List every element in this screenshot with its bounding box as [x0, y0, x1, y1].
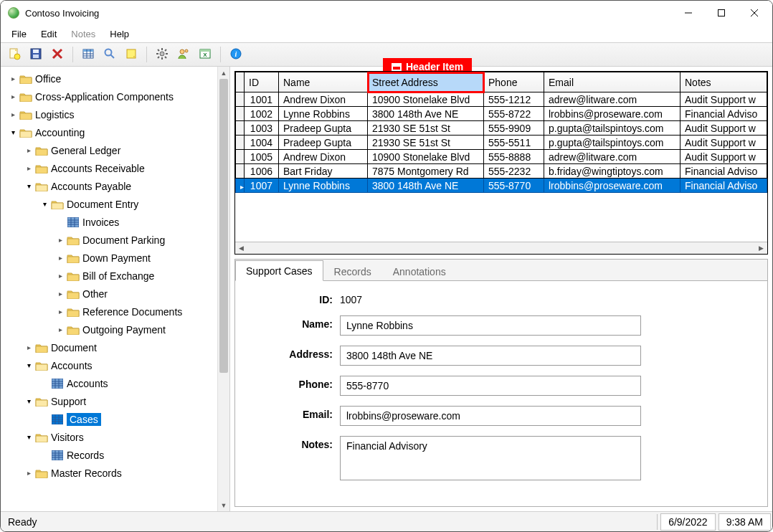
input-email[interactable]	[340, 406, 641, 426]
maximize-button[interactable]	[705, 2, 738, 24]
cell-id[interactable]: 1005	[245, 150, 279, 164]
tree-node[interactable]: Accounts	[1, 374, 217, 392]
cell-notes[interactable]: Audit Support w	[680, 92, 767, 107]
cell-rowhead[interactable]	[236, 164, 245, 179]
tree-node[interactable]: ▾Support	[1, 392, 217, 410]
scroll-right-icon[interactable]: ▶	[755, 244, 767, 252]
column-header[interactable]: ID	[245, 72, 279, 92]
cell-notes[interactable]: Audit Support w	[680, 150, 767, 164]
cell-email[interactable]: b.friday@wingtiptoys.com	[544, 164, 680, 179]
column-header[interactable]: Phone	[484, 72, 544, 92]
tree-node[interactable]: ▾Document Entry	[1, 195, 217, 213]
tree-node[interactable]: ▸Accounts Receivable	[1, 159, 217, 177]
column-header[interactable]: Notes	[680, 72, 767, 92]
tree-node[interactable]: ▸Cross-Application Components	[1, 87, 217, 105]
scroll-left-icon[interactable]: ◀	[235, 244, 247, 252]
cell-phone[interactable]: 555-1212	[484, 92, 544, 107]
table-row[interactable]: 1004Pradeep Gupta21930 SE 51st St555-551…	[236, 136, 767, 150]
cell-name[interactable]: Bart Friday	[279, 164, 368, 179]
cell-notes[interactable]: Financial Adviso	[680, 107, 767, 121]
cell-rowhead[interactable]	[236, 92, 245, 107]
cell-phone[interactable]: 555-8770	[484, 179, 544, 193]
tree-scrollbar[interactable]: ▲ ▼	[217, 67, 229, 511]
cell-id[interactable]: 1001	[245, 92, 279, 107]
tree-node[interactable]: ▾Accounts	[1, 356, 217, 374]
cell-rowhead[interactable]	[236, 179, 245, 193]
table-row[interactable]: 1007Lynne Robbins3800 148th Ave NE555-87…	[236, 179, 767, 193]
expand-icon[interactable]: ▸	[24, 164, 34, 172]
toolbar-export-excel-button[interactable]: X	[196, 45, 214, 64]
input-name[interactable]	[340, 315, 641, 336]
toolbar-about-button[interactable]: i	[227, 45, 245, 64]
input-address[interactable]	[340, 346, 641, 366]
grid-horizontal-scrollbar[interactable]: ◀ ▶	[235, 242, 767, 254]
expand-icon[interactable]: ▸	[8, 110, 18, 118]
menu-help[interactable]: Help	[103, 27, 136, 41]
expand-icon[interactable]: ▸	[55, 236, 65, 244]
toolbar-delete-button[interactable]	[48, 45, 67, 64]
close-button[interactable]	[738, 2, 771, 24]
cell-email[interactable]: adrew@litware.com	[544, 92, 680, 107]
cell-name[interactable]: Pradeep Gupta	[279, 136, 368, 150]
expand-icon[interactable]: ▸	[55, 326, 65, 333]
cell-phone[interactable]: 555-8722	[484, 107, 544, 121]
collapse-icon[interactable]: ▾	[24, 397, 34, 405]
tree-node[interactable]: ▾Visitors	[1, 428, 217, 446]
table-row[interactable]: 1002Lynne Robbins3800 148th Ave NE555-87…	[236, 107, 767, 121]
toolbar-save-button[interactable]	[27, 45, 45, 64]
expand-icon[interactable]: ▸	[8, 92, 18, 100]
collapse-icon[interactable]: ▾	[8, 128, 18, 136]
menu-file[interactable]: File	[5, 27, 33, 41]
expand-icon[interactable]: ▸	[55, 290, 65, 298]
tree-node[interactable]: ▾Accounting	[1, 123, 217, 141]
cell-addr[interactable]: 10900 Stonelake Blvd	[368, 150, 484, 164]
cell-email[interactable]: lrobbins@proseware.com	[544, 107, 680, 121]
toolbar-find-button[interactable]	[100, 45, 119, 64]
expand-icon[interactable]: ▸	[24, 146, 34, 154]
tree-node[interactable]: Cases	[1, 410, 217, 428]
cell-email[interactable]: p.gupta@tailspintoys.com	[544, 121, 680, 136]
table-row[interactable]: 1006Bart Friday7875 Montgomery Rd555-223…	[236, 164, 767, 179]
toolbar-settings-button[interactable]	[153, 45, 171, 64]
tree-node[interactable]: Records	[1, 446, 217, 464]
cell-notes[interactable]: Financial Adviso	[680, 179, 767, 193]
cell-name[interactable]: Pradeep Gupta	[279, 121, 368, 136]
cell-addr[interactable]: 10900 Stonelake Blvd	[368, 92, 484, 107]
expand-icon[interactable]: ▸	[55, 254, 65, 262]
cell-email[interactable]: lrobbins@proseware.com	[544, 179, 680, 193]
tree-node[interactable]: ▸Logistics	[1, 105, 217, 123]
cell-notes[interactable]: Financial Adviso	[680, 164, 767, 179]
cell-id[interactable]: 1006	[245, 164, 279, 179]
cell-phone[interactable]: 555-5511	[484, 136, 544, 150]
input-notes[interactable]	[340, 436, 641, 480]
navigation-tree[interactable]: ▸Office▸Cross-Application Components▸Log…	[1, 67, 217, 511]
table-row[interactable]: 1005Andrew Dixon10900 Stonelake Blvd555-…	[236, 150, 767, 164]
column-header[interactable]: Name	[279, 72, 368, 92]
cell-addr[interactable]: 21930 SE 51st St	[368, 121, 484, 136]
cell-addr[interactable]: 21930 SE 51st St	[368, 136, 484, 150]
cell-name[interactable]: Andrew Dixon	[279, 150, 368, 164]
tree-node[interactable]: ▸Document	[1, 338, 217, 356]
input-phone[interactable]	[340, 376, 641, 396]
cell-addr[interactable]: 7875 Montgomery Rd	[368, 164, 484, 179]
cell-id[interactable]: 1007	[245, 179, 279, 193]
cell-phone[interactable]: 555-9909	[484, 121, 544, 136]
cell-id[interactable]: 1004	[245, 136, 279, 150]
column-header[interactable]: Street Address	[368, 72, 484, 92]
cell-id[interactable]: 1002	[245, 107, 279, 121]
table-row[interactable]: 1003Pradeep Gupta21930 SE 51st St555-990…	[236, 121, 767, 136]
collapse-icon[interactable]: ▾	[39, 200, 49, 208]
tree-node[interactable]: ▸Document Parking	[1, 231, 217, 249]
cell-rowhead[interactable]	[236, 121, 245, 136]
tab-support-cases[interactable]: Support Cases	[235, 260, 323, 281]
tree-node[interactable]: Invoices	[1, 213, 217, 231]
scroll-up-icon[interactable]: ▲	[218, 67, 229, 79]
cell-notes[interactable]: Audit Support w	[680, 121, 767, 136]
collapse-icon[interactable]: ▾	[24, 433, 34, 441]
tree-node[interactable]: ▸Reference Documents	[1, 303, 217, 320]
toolbar-table-button[interactable]	[79, 45, 98, 64]
cell-name[interactable]: Lynne Robbins	[279, 107, 368, 121]
cell-id[interactable]: 1003	[245, 121, 279, 136]
cell-email[interactable]: adrew@litware.com	[544, 150, 680, 164]
expand-icon[interactable]: ▸	[55, 308, 65, 315]
